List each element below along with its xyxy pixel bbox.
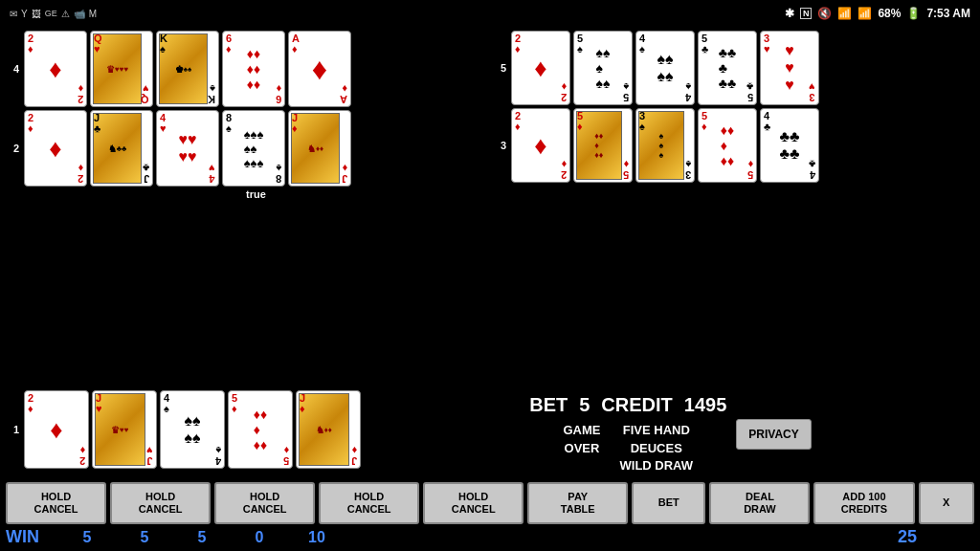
bet-label: BET (529, 394, 568, 416)
mute-icon: 🔇 (817, 7, 832, 20)
wifi-icon: 📶 (837, 7, 852, 20)
hand1-area: 1 2♦ ♦ 2♦ J♥ ♛♥♥ J♥ (6, 390, 361, 469)
card: 3♠ ♠♠♠ 3♠ (635, 108, 695, 183)
battery-percent: 68% (878, 7, 901, 20)
y-icon: Y (21, 9, 28, 19)
hand-label-1: 1 (6, 424, 19, 435)
buttons-row: HOLDCANCEL HOLDCANCEL HOLDCANCEL HOLDCAN… (6, 482, 974, 524)
x-button[interactable]: X (919, 482, 975, 524)
card: 2♦ ♦ 2♦ (24, 110, 87, 187)
card: 2♦ ♦ 2♦ (24, 31, 87, 107)
game-over-display: GAME OVER (564, 422, 601, 474)
card: Q♥ ♛♥♥♥ Q♥ (90, 31, 153, 107)
signal-icon: 📶 (858, 7, 872, 20)
hand-row-5: 5 2♦ ♦ 2♦ 5♠ ♠♠♠♠♠ 5♠ (493, 31, 974, 105)
win-total: 25 (879, 527, 936, 547)
battery-icon: 🔋 (906, 7, 921, 20)
hold-cancel-4-button[interactable]: HOLDCANCEL (319, 482, 419, 524)
card: 8♠ ♠♠♠♠♠♠♠♠ 8♠ (222, 110, 285, 187)
card: A♦ ♦ A♦ (288, 31, 351, 107)
card: 5♦ ♦♦♦♦♦ 5♦ (573, 108, 633, 183)
card: 2♦ ♦ 2♦ (511, 31, 570, 105)
win-val-5: 10 (288, 529, 345, 546)
info-panel: BET 5 CREDIT 1495 GAME OVER FIVE HAND DE… (367, 390, 974, 478)
image-icon: 🖼 (32, 9, 41, 19)
bet-credit-display: BET 5 CREDIT 1495 GAME OVER FIVE HAND DE… (529, 394, 726, 474)
bottom-cards-info: 1 2♦ ♦ 2♦ J♥ ♛♥♥ J♥ (6, 390, 974, 478)
card: 4♣ ♣♣♣♣ 4♣ (760, 108, 819, 183)
card: K♠ ♚♠♠ K♠ (156, 31, 219, 107)
cards-section: 4 2♦ ♦ 2♦ Q♥ ♛♥♥♥ Q♥ (6, 31, 974, 387)
win-val-4: 0 (231, 529, 288, 546)
bet-value: 5 (579, 394, 590, 416)
ge-icon: GE (45, 9, 57, 18)
hand-row-2: 2 2♦ ♦ 2♦ J♣ ♞♣♣ (6, 110, 487, 187)
card: 5♣ ♣♣♣♣♣ 5♣ (698, 31, 757, 105)
card: 2♦ ♦ 2♦ (511, 108, 570, 183)
alert-icon: ⚠ (61, 9, 70, 19)
video-icon: 📹 (74, 9, 85, 19)
deal-draw-button[interactable]: DEALDRAW (709, 482, 810, 524)
win-label: WIN (6, 527, 39, 547)
left-panel: 4 2♦ ♦ 2♦ Q♥ ♛♥♥♥ Q♥ (6, 31, 487, 387)
win-val-1: 5 (58, 529, 116, 546)
hand-label-5: 5 (493, 62, 506, 74)
card: 4♠ ♠♠♠♠ 4♠ (635, 31, 695, 105)
hand-label-4: 4 (6, 63, 19, 75)
status-right: ✱ N 🔇 📶 📶 68% 🔋 7:53 AM (785, 7, 970, 20)
card: J♦ ♞♦♦ J♦ (296, 390, 361, 469)
gmail-icon: M (89, 9, 97, 19)
game-type-display: FIVE HAND DEUCES WILD DRAW (620, 422, 694, 474)
credit-value: 1495 (684, 394, 727, 416)
hand-row-2-wrapper: 2 2♦ ♦ 2♦ J♣ ♞♣♣ (6, 110, 487, 200)
hand-label-2: 2 (6, 143, 19, 154)
status-left: ✉ Y 🖼 GE ⚠ 📹 M (10, 9, 97, 19)
win-val-3: 5 (173, 529, 231, 546)
hold-cancel-2-button[interactable]: HOLDCANCEL (110, 482, 211, 524)
clock: 7:53 AM (926, 7, 970, 20)
card: J♣ ♞♣♣ J♣ (90, 110, 153, 187)
add-100-credits-button[interactable]: ADD 100CREDITS (813, 482, 914, 524)
pay-table-button[interactable]: PAYTABLE (527, 482, 628, 524)
win-val-2: 5 (116, 529, 173, 546)
hold-cancel-1-button[interactable]: HOLDCANCEL (6, 482, 106, 524)
win-row: WIN 5 5 5 0 10 25 (6, 527, 974, 547)
card: 2♦ ♦ 2♦ (24, 390, 89, 469)
card: 5♦ ♦♦♦♦♦ 5♦ (228, 390, 293, 469)
right-panel: 5 2♦ ♦ 2♦ 5♠ ♠♠♠♠♠ 5♠ (493, 31, 974, 387)
card: 3♥ ♥♥♥ 3♥ (760, 31, 819, 105)
card: 4♠ ♠♠♠♠ 4♠ (160, 390, 225, 469)
card: 5♦ ♦♦♦♦♦ 5♦ (698, 108, 757, 183)
nfc-icon: N (800, 8, 813, 19)
bluetooth-icon: ✱ (785, 7, 794, 20)
hand-row-4: 4 2♦ ♦ 2♦ Q♥ ♛♥♥♥ Q♥ (6, 31, 487, 107)
hand-label-3: 3 (493, 140, 506, 151)
held-label: true (6, 188, 487, 200)
hold-cancel-5-button[interactable]: HOLDCANCEL (423, 482, 523, 524)
bet-button[interactable]: BET (632, 482, 705, 524)
mail-icon: ✉ (10, 9, 17, 19)
hand-row-3: 3 2♦ ♦ 2♦ 5♦ ♦♦♦♦♦ 5♦ (493, 108, 974, 183)
privacy-button[interactable]: PRIVACY (736, 419, 811, 450)
hold-cancel-3-button[interactable]: HOLDCANCEL (214, 482, 315, 524)
game-area: 4 2♦ ♦ 2♦ Q♥ ♛♥♥♥ Q♥ (0, 27, 980, 551)
card: 5♠ ♠♠♠♠♠ 5♠ (573, 31, 633, 105)
card: J♦ ♞♦♦ J♦ (288, 110, 351, 187)
card: 6♦ ♦♦♦♦♦♦ 6♦ (222, 31, 285, 107)
credit-label: CREDIT (601, 394, 672, 416)
card: 4♥ ♥♥♥♥ 4♥ (156, 110, 219, 187)
status-bar: ✉ Y 🖼 GE ⚠ 📹 M ✱ N 🔇 📶 📶 68% 🔋 7:53 AM (0, 0, 980, 27)
card: J♥ ♛♥♥ J♥ (92, 390, 157, 469)
